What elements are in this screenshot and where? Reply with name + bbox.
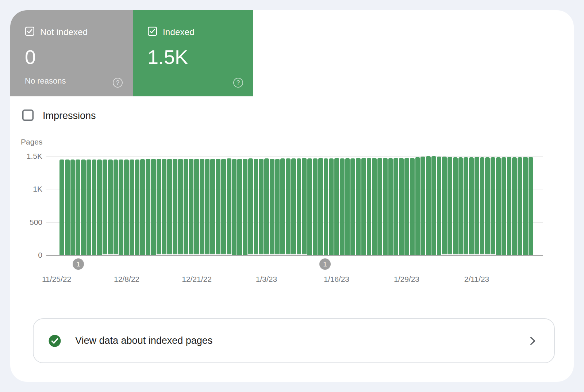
help-icon[interactable]: ? [113, 78, 123, 88]
chart-bar[interactable] [453, 157, 458, 255]
chart-bar[interactable] [415, 157, 420, 255]
chart-bar[interactable] [97, 160, 102, 255]
chart-bar[interactable] [388, 158, 393, 255]
chart-bar[interactable] [474, 157, 479, 255]
chart-bar[interactable] [280, 158, 285, 255]
chart-bar[interactable] [529, 157, 533, 255]
chart-bar[interactable] [124, 160, 129, 255]
chart-bar[interactable] [302, 158, 307, 255]
chart-bar[interactable] [383, 158, 388, 255]
stat-card-not-indexed[interactable]: Not indexed 0 No reasons ? [10, 10, 133, 96]
chart-bar[interactable] [523, 157, 528, 255]
chart-bar[interactable] [361, 158, 366, 255]
chart-bar[interactable] [507, 157, 512, 255]
chart-bar[interactable] [130, 160, 134, 255]
chart-bar[interactable] [329, 158, 334, 255]
chart-bar[interactable] [367, 158, 372, 255]
chart-bar[interactable] [307, 158, 312, 255]
chart-bar[interactable] [512, 157, 517, 255]
chart-bar[interactable] [420, 157, 425, 255]
chart-bar[interactable] [205, 159, 210, 255]
chart-bar[interactable] [469, 157, 474, 255]
chart-bar[interactable] [167, 159, 172, 255]
chart-bar[interactable] [491, 157, 495, 255]
chart-bar[interactable] [356, 158, 361, 255]
chart-bar[interactable] [393, 158, 398, 255]
chart-bar[interactable] [184, 159, 188, 255]
chart-bar[interactable] [216, 159, 220, 255]
stat-card-indexed[interactable]: Indexed 1.5K ? [133, 10, 253, 96]
chart-bar[interactable] [410, 158, 415, 255]
chart-bar[interactable] [87, 160, 91, 255]
chart-bar[interactable] [496, 157, 501, 255]
chart-bar[interactable] [248, 158, 253, 255]
chart-bar[interactable] [254, 159, 258, 255]
chart-bar[interactable] [103, 160, 107, 255]
chart-bar[interactable] [458, 157, 463, 255]
chart-bar[interactable] [135, 160, 140, 255]
checkbox-checked-icon[interactable] [25, 26, 35, 38]
checkbox-unchecked-icon[interactable] [22, 109, 34, 123]
chart-bar[interactable] [92, 160, 97, 255]
help-icon[interactable]: ? [233, 78, 243, 88]
chart-bar[interactable] [502, 157, 506, 255]
chart-bar[interactable] [404, 158, 409, 255]
chart-bar[interactable] [264, 158, 269, 255]
chart-bar[interactable] [151, 159, 156, 255]
chart-bar[interactable] [162, 159, 167, 255]
chart-bar[interactable] [518, 157, 522, 255]
chart-bar[interactable] [76, 160, 80, 255]
chart-bar[interactable] [426, 156, 431, 255]
chart-bar[interactable] [345, 158, 350, 255]
chart-bar[interactable] [81, 160, 86, 255]
chart-bar[interactable] [324, 158, 328, 255]
chart-bar[interactable] [399, 158, 404, 255]
chart-y-tick-label: 500 [14, 218, 42, 227]
chart-bar[interactable] [286, 158, 291, 255]
chart-bar[interactable] [447, 157, 452, 255]
chart-bar[interactable] [297, 158, 301, 255]
chart-bar[interactable] [221, 159, 226, 255]
chart-bar[interactable] [431, 156, 436, 255]
chart-bar[interactable] [243, 159, 247, 255]
impressions-checkbox-row[interactable]: Impressions [22, 109, 96, 123]
chart-bar[interactable] [334, 158, 339, 255]
chart-bar[interactable] [178, 159, 183, 255]
chart-bar[interactable] [237, 159, 242, 255]
chart-bar[interactable] [313, 158, 318, 255]
chart-bar[interactable] [291, 158, 296, 255]
checkbox-checked-icon[interactable] [147, 26, 157, 38]
chart-bar[interactable] [157, 159, 161, 255]
chart-bar[interactable] [464, 157, 468, 255]
chart-bar[interactable] [437, 157, 442, 255]
chart-bar[interactable] [442, 157, 447, 255]
chart-bar[interactable] [210, 159, 215, 255]
chart-bar[interactable] [377, 158, 382, 255]
chart-bar[interactable] [189, 159, 193, 255]
chart-bar[interactable] [318, 158, 323, 255]
chart-bar[interactable] [114, 160, 118, 255]
chart-bar[interactable] [65, 160, 70, 255]
chart-bar[interactable] [259, 159, 264, 255]
chart-bar[interactable] [372, 158, 377, 255]
chart-bar[interactable] [480, 157, 485, 255]
chart-bar[interactable] [275, 159, 280, 255]
chart-bar[interactable] [194, 159, 199, 255]
chart-bar[interactable] [200, 159, 204, 255]
view-indexed-data-row[interactable]: View data about indexed pages [33, 318, 555, 363]
chart-annotation-marker[interactable]: 1 [319, 258, 331, 270]
chart-bar[interactable] [119, 160, 123, 255]
chart-bar[interactable] [140, 159, 145, 255]
chart-bar[interactable] [70, 160, 75, 255]
chart-bar[interactable] [232, 159, 237, 255]
chart-annotation-marker[interactable]: 1 [73, 258, 84, 270]
chart-bar[interactable] [270, 159, 274, 255]
chart-bar[interactable] [350, 158, 355, 255]
chart-bar[interactable] [59, 160, 64, 255]
chart-bar[interactable] [146, 159, 150, 255]
chart-bar[interactable] [340, 158, 345, 255]
chart-bar[interactable] [108, 160, 113, 255]
chart-bar[interactable] [485, 157, 490, 255]
chart-bar[interactable] [173, 159, 177, 255]
chart-bar[interactable] [227, 158, 231, 255]
